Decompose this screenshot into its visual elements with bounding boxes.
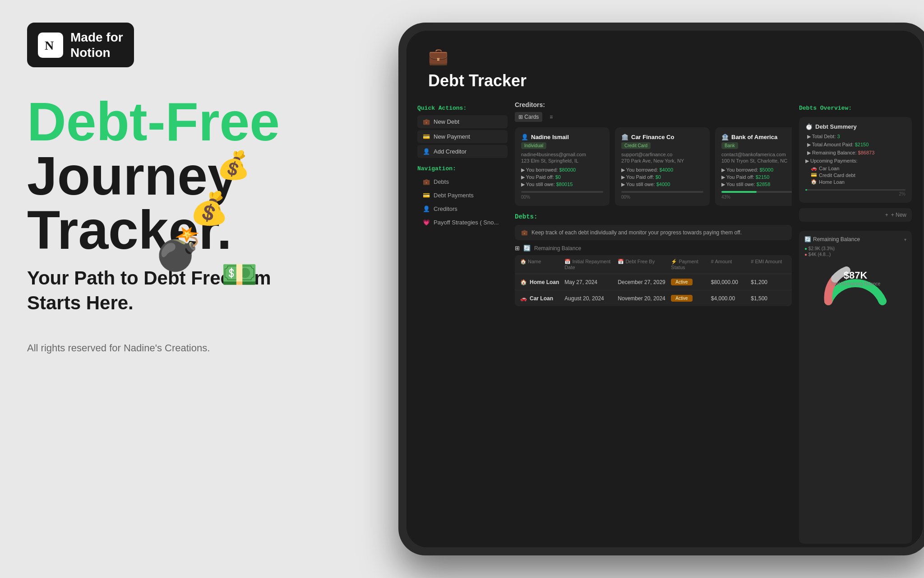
home-upcoming-icon: 🏠	[811, 179, 817, 185]
calendar2-icon: 📅	[618, 259, 624, 264]
briefcase-small-icon: 💼	[521, 229, 528, 236]
status-badge-2: Active	[671, 295, 692, 302]
timer-icon: ⏱️	[805, 123, 813, 130]
overview-label: Debts Overview:	[799, 105, 912, 112]
payments-icon: 💳	[423, 192, 430, 199]
sidebar-item-payoff[interactable]: 💗 Payoff Strategies ( Sno...	[417, 216, 508, 228]
calendar-icon: 📅	[564, 259, 571, 264]
row-2-status: Active	[671, 295, 711, 302]
ds-progress-fill	[805, 189, 807, 191]
sidebar-item-creditors[interactable]: 👤 Creditors	[417, 203, 508, 215]
float-dollar-3: 💵	[221, 257, 258, 292]
card-icon: 💳	[423, 133, 430, 140]
row-2-initial-date: August 20, 2024	[564, 295, 618, 302]
row-2-emi: $1,500	[751, 295, 786, 302]
app-icon: 💼	[428, 47, 901, 66]
row-1-initial-date: May 27, 2024	[564, 279, 618, 285]
creditors-header: Creditors:	[515, 101, 792, 108]
progress-label-3: 43%	[721, 195, 792, 200]
row-1-status: Active	[671, 279, 711, 285]
notion-logo: N	[38, 33, 63, 58]
left-panel: N Made for Notion Debt-Free Journey Trac…	[0, 0, 406, 578]
progress-bar-2	[621, 191, 703, 193]
tablet-frame: 💼 Debt Tracker Quick Actions: 💼 New Debt…	[398, 23, 924, 555]
col-initial-date: 📅 Initial Repayment Date	[564, 259, 618, 270]
creditor-name-1: 👤 Nadine Ismail	[521, 134, 603, 140]
status-icon: ⚡	[671, 259, 677, 264]
cards-tab[interactable]: ⊞ Cards	[515, 112, 542, 122]
car-row-icon: 🚗	[520, 295, 527, 302]
creditor-owe-1: ▶ You still owe: $80015	[521, 182, 603, 187]
creditor-email-2: support@carfinance.co	[621, 152, 703, 157]
col-debt-free: 📅 Debt Free By	[618, 259, 671, 270]
debts-table: 🏠 Name 📅 Initial Repayment Date 📅	[515, 255, 792, 306]
row-1-emi: $1,200	[751, 279, 786, 285]
debts-overview: Debts Overview: ⏱️ Debt Summery ▶ Total …	[799, 101, 912, 547]
notion-badge: N Made for Notion	[27, 23, 134, 67]
donut-chart: $87K Total Remaining Balance	[804, 261, 906, 306]
refresh-chart-icon: 🔄	[804, 236, 811, 242]
creditor-paid-2: ▶ You Paid off: $0	[621, 174, 703, 180]
refresh-icon: 🔄	[523, 245, 531, 252]
col-emi: # EMI Amount	[751, 259, 786, 270]
ds-total-paid: ▶ Total Amount Paid: $2150	[805, 142, 906, 148]
app-header: 💼 Debt Tracker	[407, 31, 923, 101]
new-payment-button[interactable]: 💳 New Payment	[417, 130, 508, 143]
debts-icon: 💼	[423, 178, 430, 185]
creditor-tag-1: Individual	[521, 142, 546, 149]
progress-bar-1	[521, 191, 603, 193]
home-row-icon: 🏠	[520, 279, 527, 285]
row-2-debt-free: November 20, 2024	[618, 295, 671, 302]
creditor-bank-icon-3: 🏦	[721, 134, 729, 140]
creditors-panel: Creditors: ⊞ Cards ≡ 👤 Nadine Ismail	[515, 101, 792, 547]
person-icon: 👤	[423, 148, 430, 155]
ds-progress-bar	[805, 189, 906, 191]
creditor-paid-1: ▶ You Paid off: $0	[521, 174, 603, 180]
sidebar-item-debts[interactable]: 💼 Debts	[417, 176, 508, 188]
table-row-2: 🚗 Car Loan August 20, 2024 November 20, …	[515, 290, 792, 306]
creditor-addr-2: 270 Park Ave, New York, NY	[621, 158, 703, 163]
svg-text:N: N	[45, 38, 54, 52]
briefcase-icon: 💼	[423, 118, 430, 125]
add-new-overview-button[interactable]: + + New	[799, 208, 912, 222]
row-1-name: 🏠 Home Loan	[520, 279, 564, 285]
col-status: ⚡ Payment Status	[671, 259, 711, 270]
row-1-debt-free: December 27, 2029	[618, 279, 671, 285]
ds-upcoming-label: ▶ Upcoming Payments:	[805, 158, 906, 164]
sidebar-item-payments[interactable]: 💳 Debt Payments	[417, 189, 508, 201]
chart-area: 🔄 Remaining Balance ▾ ● $2.9K (3.3%)	[799, 231, 912, 544]
creditor-card-3: 🏦 Bank of America Bank contact@bankofame…	[715, 127, 792, 206]
col-amount: # Amount	[711, 259, 751, 270]
payoff-icon: 💗	[423, 219, 430, 226]
creditor-tag-2: Credit Card	[621, 142, 651, 149]
creditor-email-3: contact@bankofamerica.com	[721, 152, 792, 157]
table-row-1: 🏠 Home Loan May 27, 2024 December 27, 20…	[515, 274, 792, 290]
debts-description: 💼 Keep track of each debt individually a…	[515, 225, 792, 240]
creditor-card-2: 🏛️ Car Finance Co Credit Card support@ca…	[615, 127, 710, 206]
view-tabs: ⊞ Cards ≡	[515, 112, 792, 122]
creditor-card-1: 👤 Nadine Ismail Individual nadine4busine…	[515, 127, 610, 206]
tablet-screen: 💼 Debt Tracker Quick Actions: 💼 New Debt…	[407, 31, 923, 547]
chart-header: 🔄 Remaining Balance ▾	[804, 236, 906, 242]
plus-overview-icon: +	[885, 212, 888, 218]
creditor-name-2: 🏛️ Car Finance Co	[621, 134, 703, 140]
creditor-addr-3: 100 N Tryon St, Charlotte, NC	[721, 158, 792, 163]
creditor-tag-3: Bank	[721, 142, 738, 149]
progress-bar-3	[721, 191, 792, 193]
col-name: 🏠 Name	[520, 259, 564, 270]
table-grid-icon: ⊞	[515, 245, 520, 252]
creditor-name-3: 🏦 Bank of America	[721, 134, 792, 140]
creditor-owe-2: ▶ You still owe: $4000	[621, 182, 703, 187]
float-dollar-2: 💰	[189, 190, 229, 227]
quick-actions-label: Quick Actions:	[417, 105, 508, 112]
creditor-building-icon-2: 🏛️	[621, 134, 628, 140]
chart-title: 🔄 Remaining Balance	[804, 236, 860, 242]
new-debt-button[interactable]: 💼 New Debt	[417, 115, 508, 128]
add-creditor-button[interactable]: 👤 Add Creditor	[417, 145, 508, 158]
float-debt-bomb: 💣	[153, 226, 204, 273]
creditor-addr-1: 123 Elm St, Springfield, IL	[521, 158, 603, 163]
table-tab[interactable]: ≡	[546, 112, 556, 122]
chart-label-1: ● $2.9K (3.3%)	[804, 246, 906, 251]
car-upcoming-icon: 🚗	[811, 165, 817, 171]
creditors-icon: 👤	[423, 205, 430, 212]
